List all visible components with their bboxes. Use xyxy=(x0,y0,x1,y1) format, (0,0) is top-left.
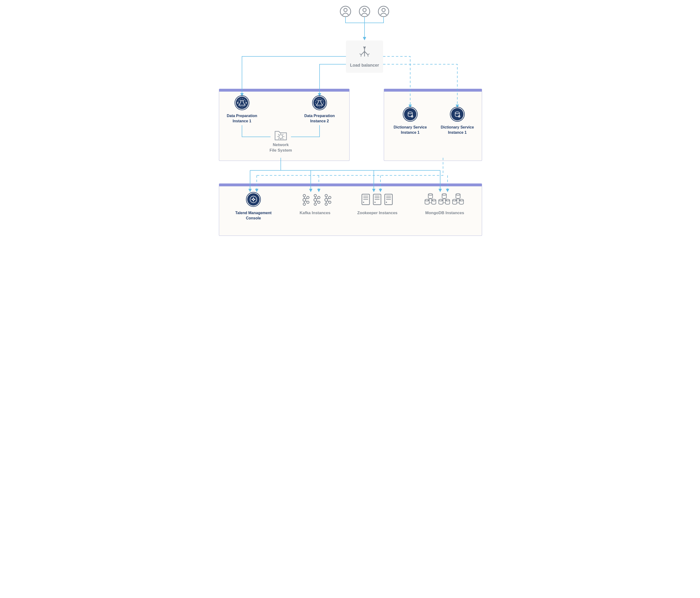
dict-2-label: Dictionary Service Instance 1 xyxy=(436,125,479,135)
nfs-label: Network File System xyxy=(262,142,300,153)
architecture-diagram: + xyxy=(209,0,491,240)
mongo-label: MongoDB Instances xyxy=(421,210,469,216)
dict-1-label: Dictionary Service Instance 1 xyxy=(389,125,432,135)
load-balancer-label: Load balancer xyxy=(346,63,383,68)
kafka-label: Kafka Instances xyxy=(295,210,335,216)
edge-user3-lb xyxy=(365,17,383,23)
data-prep-1-label: Data Preparation Instance 1 xyxy=(223,113,261,124)
user-icon xyxy=(359,6,370,17)
user-icon xyxy=(378,6,389,17)
tmc-label: Talend Management Console xyxy=(232,210,275,221)
group-infrastructure xyxy=(219,183,482,236)
user-icon xyxy=(340,6,351,17)
data-prep-2-label: Data Preparation Instance 2 xyxy=(301,113,339,124)
zookeeper-label: Zookeeper Instances xyxy=(352,210,402,216)
edge-user1-lb xyxy=(346,17,365,23)
